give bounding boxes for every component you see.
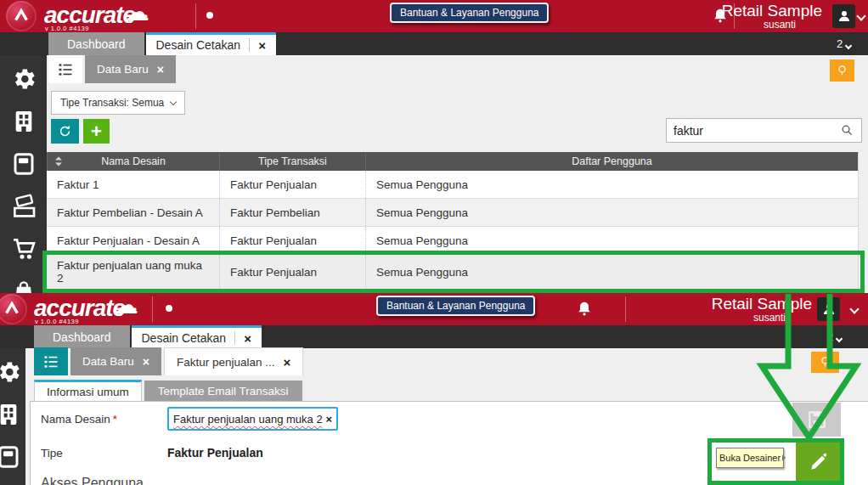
account-info[interactable]: Retail Sample susanti bbox=[650, 3, 822, 30]
help-tooltip: Bantuan & Layanan Pengguna bbox=[376, 296, 535, 316]
user-avatar-icon[interactable] bbox=[832, 4, 855, 28]
sales-bag-icon[interactable] bbox=[10, 278, 37, 293]
account-menu-chevron-icon[interactable] bbox=[856, 11, 865, 20]
app-header: accurate ☁ online v 1.0.0 #4139 Retail S… bbox=[0, 293, 868, 325]
sales-invoice-icon[interactable] bbox=[10, 193, 37, 220]
brand-name: accurate bbox=[34, 296, 125, 320]
floppy-disk-icon bbox=[806, 409, 828, 431]
search-input[interactable]: faktur bbox=[674, 124, 840, 138]
tab-label: Desain Cetakan bbox=[156, 38, 241, 52]
cell-pengguna: Semua Pengguna bbox=[365, 171, 858, 198]
cell-tipe: Faktur Penjualan bbox=[219, 255, 365, 289]
filter-label: Tipe Transaksi: Semua bbox=[60, 97, 164, 109]
idea-lightbulb-button[interactable] bbox=[830, 59, 854, 82]
company-building-icon[interactable] bbox=[10, 108, 37, 135]
header-divider bbox=[152, 296, 153, 322]
list-view-button[interactable] bbox=[48, 55, 82, 83]
subtab-close-icon[interactable]: × bbox=[284, 356, 291, 369]
search-icon[interactable] bbox=[840, 123, 854, 138]
tab-desain-cetakan[interactable]: Desain Cetakan × bbox=[132, 325, 262, 348]
tab-template-email[interactable]: Template Email Transaksi bbox=[144, 381, 302, 402]
tab-close-icon[interactable]: × bbox=[244, 332, 251, 345]
tab-dashboard[interactable]: Dashboard bbox=[34, 325, 130, 348]
status-dot-icon bbox=[206, 12, 213, 19]
cell-nama: Faktur penjualan uang muka 2 bbox=[47, 255, 219, 289]
refresh-button[interactable] bbox=[51, 119, 79, 144]
input-value: Faktur penjualan uang muka 2 bbox=[173, 413, 323, 426]
app-version: v 1.0.0 #4139 bbox=[35, 318, 79, 325]
subtab-row: Data Baru × bbox=[48, 55, 176, 83]
cell-nama: Faktur Pembelian - Desain A bbox=[47, 199, 219, 226]
header-divider bbox=[625, 296, 626, 322]
brand-name: accurate bbox=[44, 3, 135, 27]
cell-tipe: Faktur Penjualan bbox=[219, 171, 365, 198]
tab-informasi-umum[interactable]: Informasi umum bbox=[34, 380, 142, 402]
subtab-label: Faktur penjualan ... bbox=[177, 356, 275, 369]
col-header-daftar-pengguna[interactable]: Daftar Pengguna bbox=[365, 152, 858, 171]
design-name-input[interactable]: Faktur penjualan uang muka 2 × bbox=[167, 407, 338, 431]
notification-bell-icon[interactable] bbox=[576, 300, 593, 319]
cell-pengguna: Semua Pengguna bbox=[365, 255, 858, 289]
sort-icon[interactable] bbox=[54, 155, 64, 167]
table-row-highlighted[interactable]: Faktur penjualan uang muka 2 Faktur Penj… bbox=[47, 255, 858, 290]
table-header-row: Nama Desain Tipe Transaksi Daftar Penggu… bbox=[47, 152, 858, 171]
col-header-tipe-transaksi[interactable]: Tipe Transaksi bbox=[219, 152, 365, 171]
company-building-icon[interactable] bbox=[0, 401, 22, 428]
subtab-faktur-penjualan[interactable]: Faktur penjualan ... × bbox=[164, 347, 303, 375]
save-button[interactable] bbox=[792, 403, 841, 437]
journal-book-icon[interactable] bbox=[0, 443, 22, 471]
transaction-type-filter[interactable]: Tipe Transaksi: Semua bbox=[51, 91, 185, 115]
tab-desain-cetakan[interactable]: Desain Cetakan × bbox=[146, 32, 276, 55]
nama-desain-label: Nama Desain* bbox=[41, 413, 117, 426]
clear-input-icon[interactable]: × bbox=[325, 413, 332, 426]
subtab-label: Data Baru bbox=[82, 355, 134, 368]
main-tabbar: Dashboard Desain Cetakan × 2 bbox=[0, 32, 868, 55]
app-version: v 1.0.0 #4139 bbox=[45, 25, 89, 32]
pencil-icon bbox=[808, 451, 830, 473]
table-row[interactable]: Faktur Penjualan - Desain A Faktur Penju… bbox=[47, 227, 858, 255]
buka-desainer-tooltip: Buka Desainer bbox=[716, 448, 784, 468]
journal-book-icon[interactable] bbox=[10, 150, 37, 178]
user-name: susanti bbox=[640, 313, 786, 323]
col-header-nama-desain[interactable]: Nama Desain bbox=[47, 152, 219, 171]
account-info[interactable]: Retail Sample susanti bbox=[640, 296, 812, 323]
help-tooltip: Bantuan & Layanan Pengguna bbox=[390, 3, 549, 23]
search-box[interactable]: faktur bbox=[666, 118, 862, 143]
tab-close-icon[interactable]: × bbox=[258, 39, 266, 52]
cell-tipe: Faktur Penjualan bbox=[219, 227, 365, 254]
tab-divider bbox=[234, 331, 235, 345]
idea-lightbulb-button[interactable] bbox=[811, 352, 839, 373]
settings-gear-icon[interactable] bbox=[0, 358, 22, 386]
user-avatar-icon[interactable] bbox=[817, 297, 840, 321]
subtab-data-baru[interactable]: Data Baru × bbox=[70, 347, 161, 375]
open-tabs-counter[interactable]: 2 bbox=[827, 330, 842, 343]
account-menu-chevron-icon[interactable] bbox=[849, 304, 859, 313]
tab-dashboard[interactable]: Dashboard bbox=[48, 32, 144, 55]
add-button[interactable]: + bbox=[83, 119, 110, 144]
tab-count: 2 bbox=[827, 330, 833, 343]
cell-nama: Faktur Penjualan - Desain A bbox=[47, 227, 219, 254]
tab-divider bbox=[249, 38, 250, 52]
company-name: Retail Sample bbox=[650, 3, 822, 20]
purchase-cart-icon[interactable] bbox=[10, 235, 37, 262]
akses-pengguna-heading: Akses Pengguna bbox=[41, 476, 144, 485]
open-tabs-counter[interactable]: 2 bbox=[837, 37, 851, 50]
module-sidebar bbox=[0, 348, 25, 485]
subtab-row: Data Baru × Faktur penjualan ... × bbox=[34, 347, 303, 375]
subtab-close-icon[interactable]: × bbox=[143, 356, 149, 368]
settings-gear-icon[interactable] bbox=[10, 65, 37, 93]
list-view-button[interactable] bbox=[34, 347, 68, 375]
accurate-logo-icon bbox=[0, 294, 27, 324]
subtab-close-icon[interactable]: × bbox=[157, 64, 164, 76]
table-row[interactable]: Faktur Pembelian - Desain A Faktur Pembe… bbox=[47, 199, 858, 227]
tipe-label: Tipe bbox=[41, 447, 63, 460]
label-text: Nama Desain bbox=[41, 413, 110, 426]
tab-count: 2 bbox=[837, 37, 843, 50]
open-designer-button[interactable] bbox=[796, 443, 842, 481]
tabs-chevron-icon bbox=[845, 42, 852, 48]
table-row[interactable]: Faktur 1 Faktur Penjualan Semua Pengguna bbox=[47, 171, 858, 199]
design-table: Nama Desain Tipe Transaksi Daftar Penggu… bbox=[47, 152, 859, 290]
subtab-data-baru[interactable]: Data Baru × bbox=[85, 55, 176, 83]
list-screen: accurate ☁ online v 1.0.0 #4139 Retail S… bbox=[0, 0, 868, 293]
tabs-chevron-icon bbox=[836, 335, 843, 341]
